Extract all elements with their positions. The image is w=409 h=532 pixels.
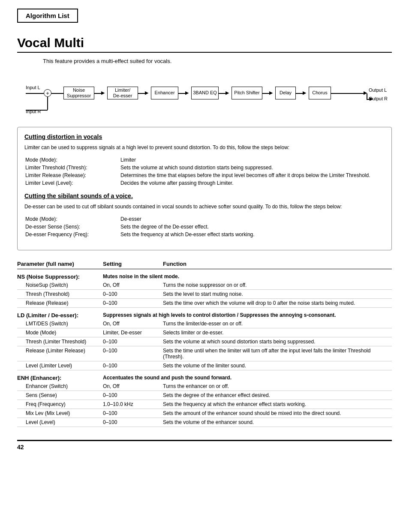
- line-out-v: [367, 93, 367, 99]
- func-cell: Turns the enhancer on or off.: [163, 382, 392, 391]
- block-chorus: Chorus: [309, 87, 331, 99]
- line-inputr-v: [47, 97, 48, 110]
- param-cell: Release (Limiter Release): [17, 346, 103, 361]
- output-l-label: Output L: [369, 87, 387, 93]
- param-cell: Mode (Mode): [17, 328, 103, 337]
- param-cell: Freq (Frequency): [17, 400, 103, 409]
- setting-cell: 0–100: [103, 290, 163, 299]
- tip-param: De-esser Sense (Sens):: [25, 223, 120, 230]
- setting-cell: 0–100: [103, 337, 163, 346]
- param-cell: Enhancer (Switch): [17, 382, 103, 391]
- arr2: ▶: [145, 90, 148, 96]
- tip-section1-title: Cutting distortion in vocals: [24, 133, 385, 140]
- arr1: ▶: [101, 90, 105, 96]
- col-header-param: Parameter (full name): [17, 259, 103, 269]
- func-cell: Sets the degree of the enhancer effect d…: [163, 391, 392, 400]
- group-ns-name: NS (Noise Suppressor):: [17, 269, 103, 281]
- group-ld-desc: Suppresses signals at high levels to con…: [103, 308, 392, 320]
- table-row: Level (Level) 0–100 Sets the volume of t…: [17, 418, 392, 427]
- table-row: Freq (Frequency) 1.0–10.0 kHz Sets the f…: [17, 400, 392, 409]
- table-header-row: Parameter (full name) Setting Function: [17, 259, 392, 269]
- func-cell: Sets the volume of the enhancer sound.: [163, 418, 392, 427]
- arr4: ▶: [226, 90, 229, 96]
- func-cell: Sets the level to start muting noise.: [163, 290, 392, 299]
- tip-param: Limiter Threshold (Thresh):: [25, 164, 120, 171]
- param-cell: Level (Limiter Level): [17, 361, 103, 370]
- param-cell: Release (Release): [17, 299, 103, 308]
- param-cell: LMT/DES (Switch): [17, 319, 103, 328]
- setting-cell: 0–100: [103, 409, 163, 418]
- tip-row: De-esser Frequency (Freq): Sets the freq…: [25, 231, 255, 238]
- table-row: Mix Lev (Mix Level) 0–100 Sets the amoun…: [17, 409, 392, 418]
- subtitle: This feature provides a multi-effect sui…: [43, 58, 392, 64]
- setting-cell: 1.0–10.0 kHz: [103, 400, 163, 409]
- arrow-chorus-out: [331, 93, 365, 94]
- footer: 42: [17, 440, 392, 451]
- param-cell: Mix Lev (Mix Level): [17, 409, 103, 418]
- table-row: Mode (Mode) Limiter, De-esser Selects li…: [17, 328, 392, 337]
- setting-cell: 0–100: [103, 391, 163, 400]
- tip-desc: Sets the volume at which sound distortio…: [120, 164, 370, 171]
- param-table: Parameter (full name) Setting Function N…: [17, 259, 392, 427]
- func-cell: Turns the noise suppressor on or off.: [163, 281, 392, 290]
- block-limiter-deesser: Limiter/De-esser: [107, 87, 138, 99]
- func-cell: Sets the volume of the limiter sound.: [163, 361, 392, 370]
- param-cell: NoiseSup (Switch): [17, 281, 103, 290]
- tip-section1-intro: Limiter can be used to suppress signals …: [24, 144, 385, 151]
- tip-param: Mode (Mode):: [25, 216, 120, 222]
- tip-desc: De-esser: [120, 216, 255, 222]
- func-cell: Selects limiter or de-esser.: [163, 328, 392, 337]
- tip-desc: Sets the degree of the De-esser effect.: [120, 223, 255, 230]
- group-ld-name: LD (Limiter / De-esser):: [17, 308, 103, 320]
- tip-row: De-esser Sense (Sens): Sets the degree o…: [25, 223, 255, 230]
- table-row: Thresh (Limiter Threshold) 0–100 Sets th…: [17, 337, 392, 346]
- group-ns-header: NS (Noise Suppressor): Mutes noise in th…: [17, 269, 392, 281]
- arr6: ▶: [303, 90, 306, 96]
- arr3: ▶: [185, 90, 189, 96]
- tip-desc: Decides the volume after passing through…: [120, 180, 370, 186]
- setting-cell: On, Off: [103, 281, 163, 290]
- tip-row: Limiter Release (Release): Determines th…: [25, 172, 370, 179]
- page-number: 42: [17, 444, 24, 451]
- setting-cell: Limiter, De-esser: [103, 328, 163, 337]
- table-row: Sens (Sense) 0–100 Sets the degree of th…: [17, 391, 392, 400]
- setting-cell: 0–100: [103, 346, 163, 361]
- table-row: Thresh (Threshold) 0–100 Sets the level …: [17, 290, 392, 299]
- header-box: Algorithm List: [17, 9, 78, 23]
- func-cell: Sets the time over which the volume will…: [163, 299, 392, 308]
- func-cell: Sets the volume at which sound distortio…: [163, 337, 392, 346]
- line-inputl: [26, 93, 44, 94]
- block-noise-suppressor: NoiseSuppressor: [63, 87, 94, 99]
- input-l-label: Input L: [26, 85, 40, 90]
- setting-cell: 0–100: [103, 361, 163, 370]
- tip-section1-table: Mode (Mode): Limiter Limiter Threshold (…: [24, 156, 371, 187]
- table-row: LMT/DES (Switch) On, Off Turns the limit…: [17, 319, 392, 328]
- tip-param: Limiter Release (Release):: [25, 172, 120, 179]
- block-enhancer: Enhancer: [151, 87, 178, 99]
- group-enh-name: ENH (Enhancer):: [17, 370, 103, 382]
- tip-row: Mode (Mode): De-esser: [25, 216, 255, 222]
- setting-cell: On, Off: [103, 382, 163, 391]
- signal-flow-diagram: Input L Input R + NoiseSuppressor ▶ Limi…: [17, 71, 392, 118]
- tip-box: Cutting distortion in vocals Limiter can…: [17, 127, 392, 250]
- block-pitch-shifter: Pitch Shifter: [232, 87, 262, 99]
- group-ns-desc: Mutes noise in the silent mode.: [103, 269, 392, 281]
- col-header-setting: Setting: [103, 259, 163, 269]
- tip-row: Mode (Mode): Limiter: [25, 156, 370, 163]
- block-3bandeq: 3BAND EQ: [191, 87, 219, 99]
- group-enh-header: ENH (Enhancer): Accentuates the sound an…: [17, 370, 392, 382]
- col-header-function: Function: [163, 259, 392, 269]
- table-row: Release (Limiter Release) 0–100 Sets the…: [17, 346, 392, 361]
- title-rule: [17, 52, 392, 53]
- setting-cell: 0–100: [103, 418, 163, 427]
- tip-section2-table: Mode (Mode): De-esser De-esser Sense (Se…: [24, 215, 256, 239]
- header-label: Algorithm List: [26, 12, 69, 19]
- setting-cell: On, Off: [103, 319, 163, 328]
- tip-desc: Limiter: [120, 156, 370, 163]
- tip-param: De-esser Frequency (Freq):: [25, 231, 120, 238]
- block-delay: Delay: [275, 87, 296, 99]
- setting-cell: 0–100: [103, 299, 163, 308]
- tip-row: Limiter Level (Level): Decides the volum…: [25, 180, 370, 186]
- arr8: ▶: [370, 96, 373, 102]
- func-cell: Sets the amount of the enhancer sound sh…: [163, 409, 392, 418]
